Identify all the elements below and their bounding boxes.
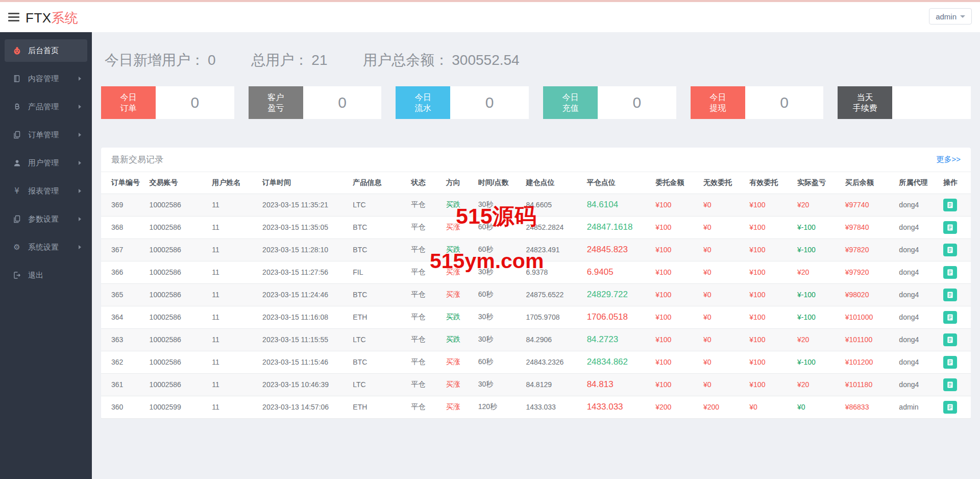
table-cell: ¥100 — [746, 194, 794, 216]
view-order-button[interactable] — [943, 356, 957, 369]
table-cell: 360 — [101, 396, 146, 418]
table-cell: 买涨 — [443, 396, 475, 418]
table-cell: 366 — [101, 261, 146, 283]
table-cell: dong4 — [896, 216, 940, 238]
table-cell: LTC — [350, 194, 408, 216]
sidebar-item-params[interactable]: 参数设置 — [5, 208, 87, 230]
table-cell: 11 — [209, 238, 259, 261]
user-menu-button[interactable]: admin — [929, 8, 972, 25]
table-cell-actions — [940, 283, 971, 306]
bitcoin-icon — [12, 102, 22, 111]
table-cell: ¥100 — [746, 238, 794, 261]
summary-bar: 今日新增用户：0 总用户：21 用户总余额：300552.54 — [105, 51, 980, 70]
table-cell: 10002586 — [146, 373, 209, 396]
view-order-button[interactable] — [943, 401, 957, 414]
table-cell: dong4 — [896, 261, 940, 283]
table-cell: ¥0 — [700, 261, 746, 283]
table-cell: ¥100 — [746, 306, 794, 328]
sidebar: 后台首页内容管理产品管理订单管理用户管理¥报表管理参数设置⚙系统设置退出 — [0, 32, 92, 479]
table-cell: ¥100 — [652, 306, 700, 328]
table-cell: 60秒 — [475, 283, 523, 306]
table-cell: ¥0 — [700, 238, 746, 261]
table-cell: 84.813 — [584, 373, 653, 396]
table-cell: 24829.722 — [584, 283, 653, 306]
sidebar-item-orders[interactable]: 订单管理 — [5, 124, 87, 146]
table-cell: 平仓 — [408, 283, 443, 306]
table-cell: 平仓 — [408, 328, 443, 351]
table-cell: ¥97920 — [842, 261, 896, 283]
table-row: 36310002586112023-03-15 11:15:55LTC平仓买跌3… — [101, 328, 971, 351]
table-cell: 平仓 — [408, 351, 443, 373]
table-cell: 平仓 — [408, 238, 443, 261]
sidebar-item-reports[interactable]: ¥报表管理 — [5, 180, 87, 202]
sidebar-item-dashboard[interactable]: 后台首页 — [5, 39, 87, 62]
table-cell: 10002586 — [146, 351, 209, 373]
app-logo: FTX系统 — [26, 9, 79, 27]
table-cell: 11 — [209, 261, 259, 283]
stat-box-today-deposit: 今日充值0 — [543, 86, 676, 119]
order-detail-icon — [946, 246, 954, 254]
hamburger-menu-icon[interactable] — [8, 13, 19, 21]
table-cell: 10002586 — [146, 238, 209, 261]
table-cell: 平仓 — [408, 373, 443, 396]
more-link[interactable]: 更多>> — [936, 155, 961, 164]
table-cell: BTC — [350, 351, 408, 373]
sidebar-item-system[interactable]: ⚙系统设置 — [5, 236, 87, 258]
table-cell: 30秒 — [475, 328, 523, 351]
table-cell: 2023-03-15 11:28:10 — [259, 238, 350, 261]
column-header: 有效委托 — [746, 172, 794, 194]
table-cell: 84.6104 — [584, 194, 653, 216]
sidebar-item-products[interactable]: 产品管理 — [5, 95, 87, 118]
view-order-button[interactable] — [943, 378, 957, 391]
view-order-button[interactable] — [943, 221, 957, 234]
view-order-button[interactable] — [943, 333, 957, 346]
view-order-button[interactable] — [943, 266, 957, 279]
sidebar-item-users[interactable]: 用户管理 — [5, 152, 87, 174]
column-header: 状态 — [408, 172, 443, 194]
column-header: 交易账号 — [146, 172, 209, 194]
sidebar-item-content[interactable]: 内容管理 — [5, 67, 87, 90]
table-cell: 30秒 — [475, 194, 523, 216]
table-cell: 买跌 — [443, 306, 475, 328]
table-cell: 2023-03-15 11:35:21 — [259, 194, 350, 216]
stat-box-value: 0 — [303, 86, 382, 119]
table-cell: 10002586 — [146, 306, 209, 328]
order-detail-icon — [946, 291, 954, 299]
sidebar-item-label: 退出 — [28, 271, 43, 280]
table-cell: 120秒 — [475, 396, 523, 418]
sidebar-item-label: 内容管理 — [28, 74, 59, 84]
stat-box-today-flow: 今日流水0 — [396, 86, 529, 119]
table-cell: ¥-100 — [794, 306, 842, 328]
latest-trades-card: 最新交易记录 更多>> 订单编号交易账号用户姓名订单时间产品信息状态方向时间/点… — [101, 148, 971, 419]
table-cell: 买跌 — [443, 328, 475, 351]
table-cell: ¥97840 — [842, 216, 896, 238]
table-cell: 24875.6522 — [523, 283, 583, 306]
chevron-right-icon — [79, 189, 81, 193]
sidebar-item-logout[interactable]: 退出 — [5, 264, 87, 286]
column-header: 产品信息 — [350, 172, 408, 194]
view-order-button[interactable] — [943, 199, 957, 211]
table-cell: ¥86833 — [842, 396, 896, 418]
table-cell: ¥98020 — [842, 283, 896, 306]
table-cell: 30秒 — [475, 261, 523, 283]
table-cell: ¥0 — [700, 306, 746, 328]
stat-box-label: 今日提现 — [691, 86, 745, 119]
table-cell: 平仓 — [408, 216, 443, 238]
table-cell: ¥100 — [652, 351, 700, 373]
view-order-button[interactable] — [943, 289, 957, 301]
table-cell-actions — [940, 216, 971, 238]
table-cell: ¥200 — [700, 396, 746, 418]
view-order-button[interactable] — [943, 244, 957, 256]
stat-box-today-orders: 今日订单0 — [101, 86, 234, 119]
gear-icon: ⚙ — [12, 243, 22, 252]
table-cell: ¥101100 — [842, 328, 896, 351]
table-cell: ¥0 — [700, 216, 746, 238]
table-cell: ¥101180 — [842, 373, 896, 396]
view-order-button[interactable] — [943, 311, 957, 324]
order-detail-icon — [946, 336, 954, 344]
table-row: 36110002586112023-03-15 10:46:39LTC平仓买涨3… — [101, 373, 971, 396]
table-cell: dong4 — [896, 306, 940, 328]
table-cell: 10002586 — [146, 216, 209, 238]
table-cell: 1706.0518 — [584, 306, 653, 328]
column-header: 操作 — [940, 172, 971, 194]
